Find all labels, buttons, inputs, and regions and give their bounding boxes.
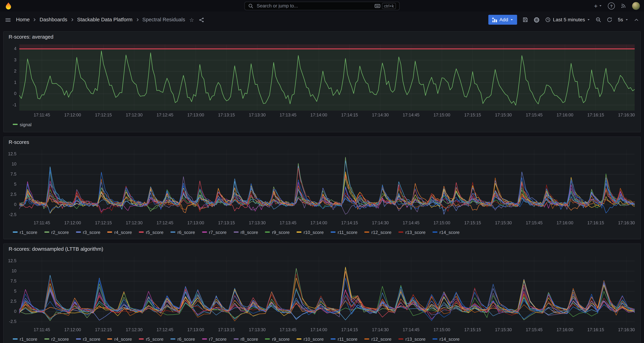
legend-item[interactable]: r12_score	[364, 336, 392, 341]
legend-item[interactable]: r6_score	[170, 336, 195, 341]
legend-item[interactable]: r2_score	[44, 336, 69, 341]
r-scores-chart[interactable]	[7, 148, 637, 226]
help-icon: ?	[608, 2, 615, 9]
legend-swatch	[170, 231, 175, 233]
legend-label: r9_score	[272, 230, 290, 234]
refresh-button[interactable]	[607, 17, 612, 23]
legend-item[interactable]: r4_score	[108, 336, 132, 341]
dashboard-settings-button[interactable]	[534, 17, 540, 23]
legend-item[interactable]: r7_score	[202, 230, 226, 234]
add-panel-button[interactable]: Add	[488, 15, 517, 25]
chart-legend: r1_scorer2_scorer3_scorer4_scorer5_score…	[4, 333, 640, 343]
legend-swatch	[297, 231, 302, 233]
breadcrumb-dashboards[interactable]: Dashboards	[40, 17, 67, 23]
legend-swatch	[265, 338, 270, 339]
legend-item[interactable]: signal	[13, 122, 32, 127]
save-dashboard-button[interactable]	[522, 17, 528, 23]
breadcrumb-home[interactable]: Home	[16, 17, 30, 23]
r-scores-downsampled-chart[interactable]	[7, 254, 637, 333]
legend-label: r3_score	[83, 336, 100, 341]
legend-item[interactable]: r9_score	[265, 336, 290, 341]
legend-item[interactable]: r10_score	[297, 230, 324, 234]
add-button-label: Add	[500, 17, 508, 23]
legend-label: r2_score	[51, 230, 69, 234]
legend-item[interactable]: r11_score	[331, 336, 358, 341]
share-icon	[199, 17, 204, 23]
legend-swatch	[170, 338, 175, 339]
caret-down-icon	[587, 18, 590, 21]
news-button[interactable]	[621, 3, 626, 9]
panel-title-text: R-scores: downsampled (LTTB algorithm)	[9, 246, 103, 252]
legend-item[interactable]: r12_score	[364, 230, 392, 234]
breadcrumb-folder[interactable]: Stackable Data Platform	[77, 17, 132, 23]
chart-legend: r1_scorer2_scorer3_scorer4_scorer5_score…	[4, 226, 640, 236]
legend-label: r1_score	[20, 230, 37, 234]
panel-r-scores: R-scores r1_scorer2_scorer3_scorer4_scor…	[3, 136, 641, 239]
legend-item[interactable]: r3_score	[76, 336, 100, 341]
global-search[interactable]: ctrl+k	[244, 2, 400, 10]
legend-swatch	[265, 231, 270, 233]
panel-title-r-scores-averaged[interactable]: R-scores: averaged	[4, 32, 640, 43]
legend-item[interactable]: r14_score	[432, 230, 460, 234]
legend-label: r11_score	[338, 230, 357, 234]
share-button[interactable]	[199, 17, 204, 23]
legend-label: r8_score	[240, 230, 258, 234]
grafana-logo[interactable]	[4, 2, 12, 10]
legend-label: r12_score	[372, 230, 392, 234]
legend-item[interactable]: r13_score	[398, 336, 426, 341]
mega-menu-button[interactable]	[5, 17, 11, 23]
legend-item[interactable]: r5_score	[139, 230, 164, 234]
legend-label: r14_score	[440, 336, 460, 341]
legend-item[interactable]: r11_score	[331, 230, 358, 234]
panel-title-text: R-scores	[9, 139, 29, 145]
legend-item[interactable]: r7_score	[202, 336, 226, 341]
legend-label: r7_score	[209, 336, 226, 341]
legend-label: r1_score	[20, 336, 37, 341]
legend-item[interactable]: r14_score	[432, 336, 460, 341]
favorite-button[interactable]: ☆	[189, 17, 194, 23]
r-scores-averaged-chart[interactable]	[7, 43, 637, 119]
legend-item[interactable]: r9_score	[265, 230, 290, 234]
legend-swatch	[13, 231, 18, 233]
panel-title-r-scores-downsampled[interactable]: R-scores: downsampled (LTTB algorithm)	[4, 244, 640, 254]
legend-swatch	[432, 338, 437, 339]
time-range-label: Last 5 minutes	[553, 17, 585, 23]
time-range-picker[interactable]: Last 5 minutes	[545, 17, 590, 23]
legend-item[interactable]: r1_score	[13, 230, 37, 234]
legend-swatch	[432, 231, 437, 233]
legend-label: r4_score	[114, 336, 132, 341]
legend-swatch	[398, 231, 403, 233]
legend-item[interactable]: r13_score	[398, 230, 426, 234]
legend-item[interactable]: r2_score	[44, 230, 69, 234]
legend-item[interactable]: r8_score	[234, 230, 258, 234]
search-input[interactable]	[256, 3, 372, 9]
gear-icon	[534, 17, 540, 23]
breadcrumb-current-dashboard: Spectral Residuals	[142, 17, 185, 23]
legend-item[interactable]: r6_score	[170, 230, 195, 234]
legend-swatch	[139, 338, 144, 339]
new-menu-button[interactable]: +	[594, 3, 602, 9]
legend-item[interactable]: r3_score	[76, 230, 100, 234]
panel-r-scores-downsampled: R-scores: downsampled (LTTB algorithm) r…	[3, 243, 641, 343]
help-button[interactable]: ?	[608, 2, 615, 9]
legend-item[interactable]: r4_score	[108, 230, 132, 234]
keyboard-icon	[374, 4, 380, 8]
refresh-interval-picker[interactable]: 5s	[618, 17, 628, 23]
legend-label: r6_score	[178, 230, 195, 234]
rss-icon	[621, 3, 626, 9]
legend-label: r10_score	[304, 230, 324, 234]
legend-swatch	[13, 124, 18, 125]
search-icon	[248, 3, 254, 9]
legend-item[interactable]: r8_score	[234, 336, 258, 341]
legend-label: r9_score	[272, 336, 290, 341]
panel-title-r-scores[interactable]: R-scores	[4, 137, 640, 148]
chevron-right-icon	[70, 18, 74, 22]
legend-swatch	[44, 231, 49, 233]
legend-item[interactable]: r5_score	[139, 336, 164, 341]
legend-item[interactable]: r1_score	[13, 336, 37, 341]
user-avatar[interactable]	[632, 2, 640, 10]
refresh-icon	[607, 17, 612, 23]
legend-item[interactable]: r10_score	[297, 336, 324, 341]
collapse-toolbar-button[interactable]	[634, 17, 639, 23]
zoom-out-time-button[interactable]	[596, 17, 602, 23]
